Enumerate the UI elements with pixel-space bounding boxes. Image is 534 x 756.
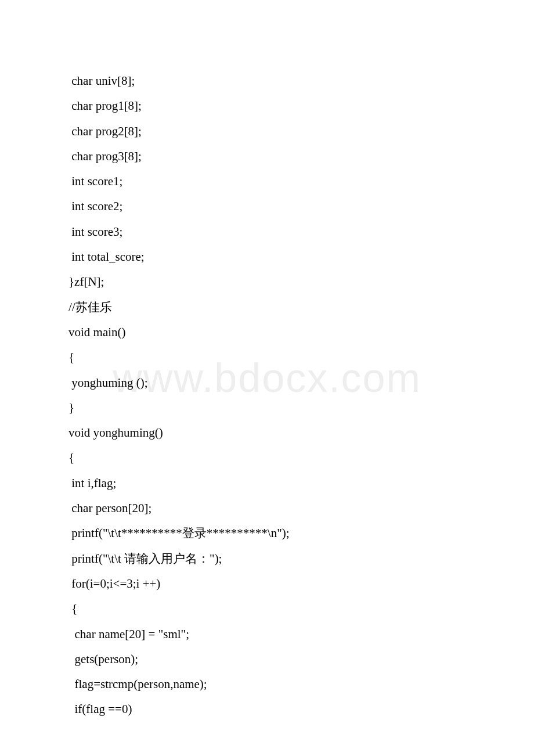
code-content: char univ[8]; char prog1[8]; char prog2[… (0, 0, 534, 722)
code-line: { (68, 596, 464, 621)
code-line: void yonghuming() (68, 420, 464, 445)
code-line: int score3; (68, 219, 464, 244)
code-line: printf("\t\t 请输入用户名："); (68, 546, 464, 571)
code-line: { (68, 345, 464, 370)
code-line: char person[20]; (68, 496, 464, 521)
code-line: char univ[8]; (68, 69, 464, 93)
code-line: char name[20] = "sml"; (68, 622, 464, 647)
code-line: char prog2[8]; (68, 119, 464, 144)
code-line: yonghuming (); (68, 370, 464, 395)
code-line: int i,flag; (68, 471, 464, 496)
code-line: { (68, 445, 464, 470)
code-line: } (68, 395, 464, 420)
code-line: if(flag ==0) (68, 697, 464, 722)
code-line: int score1; (68, 169, 464, 194)
code-line: printf("\t\t**********登录**********\n"); (68, 521, 464, 546)
code-line: flag=strcmp(person,name); (68, 672, 464, 697)
code-line: int total_score; (68, 244, 464, 269)
code-line: gets(person); (68, 647, 464, 672)
code-line: void main() (68, 320, 464, 345)
code-line: int score2; (68, 194, 464, 219)
code-line: char prog1[8]; (68, 93, 464, 118)
code-line: }zf[N]; (68, 269, 464, 294)
code-line: char prog3[8]; (68, 144, 464, 169)
code-line: //苏佳乐 (68, 295, 464, 320)
code-line: for(i=0;i<=3;i ++) (68, 571, 464, 596)
